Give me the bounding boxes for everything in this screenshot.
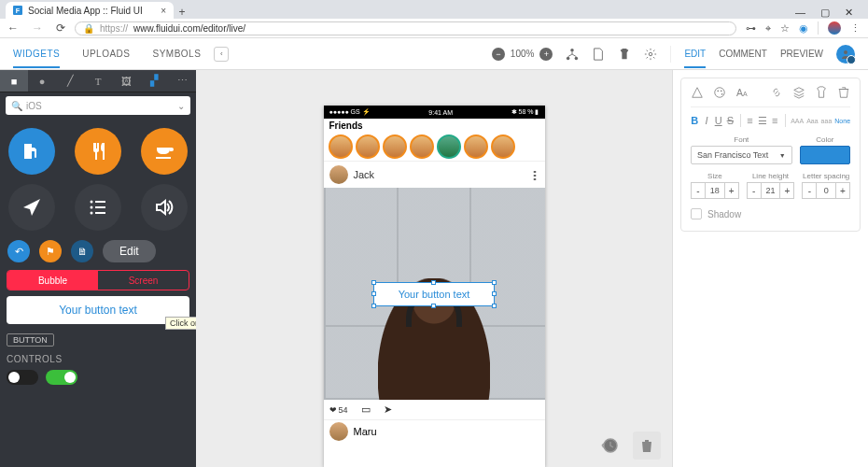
toggle-on[interactable]	[46, 370, 77, 385]
undo-button[interactable]: ↶	[7, 240, 30, 262]
gear-icon[interactable]	[644, 48, 657, 61]
widget-volume-icon[interactable]	[141, 184, 188, 231]
story-avatar[interactable]	[437, 134, 461, 159]
widget-preview-button[interactable]: Your button text Click or drag-and-drop …	[7, 296, 189, 324]
resize-handle[interactable]	[371, 280, 376, 285]
user-avatar[interactable]	[836, 45, 855, 64]
tool-component[interactable]: ▞	[140, 70, 168, 92]
tool-circle[interactable]: ●	[28, 70, 56, 92]
document-icon[interactable]	[592, 48, 605, 61]
resize-handle[interactable]	[371, 304, 376, 308]
size-inc[interactable]: +	[724, 182, 739, 199]
kebab-menu-icon[interactable]: ⋮	[850, 22, 861, 35]
lh-dec[interactable]: -	[747, 182, 762, 199]
search-engine-icon[interactable]: ⌖	[765, 22, 771, 35]
story-avatar[interactable]	[356, 134, 380, 159]
size-value[interactable]: 18	[706, 182, 724, 199]
trash-icon[interactable]	[837, 86, 850, 99]
tab-uploads[interactable]: UPLOADS	[82, 49, 130, 60]
resize-handle[interactable]	[492, 280, 497, 285]
window-maximize-icon[interactable]: ▢	[820, 7, 830, 19]
nav-forward-icon[interactable]: →	[32, 21, 43, 35]
star-icon[interactable]: ☆	[780, 22, 790, 35]
text-style-icon[interactable]: AA	[735, 86, 749, 99]
new-tab-button[interactable]: +	[174, 6, 190, 19]
lh-inc[interactable]: +	[779, 182, 794, 199]
widget-food-icon[interactable]	[75, 128, 121, 175]
case-title[interactable]: Aaa	[806, 118, 818, 124]
resize-handle[interactable]	[492, 304, 497, 308]
underline-button[interactable]: U	[714, 113, 722, 128]
story-avatar[interactable]	[329, 134, 353, 159]
trash-button[interactable]	[633, 432, 661, 460]
canvas[interactable]: ●●●●● GS ⚡ 9:41 AM ✱ 58 % ▮ Friends Jack…	[196, 70, 672, 467]
align-right-button[interactable]: ≡	[771, 113, 779, 128]
widget-gas-icon[interactable]	[8, 128, 55, 175]
widget-navigation-icon[interactable]	[8, 184, 55, 231]
toggle-off[interactable]	[7, 370, 38, 385]
hierarchy-icon[interactable]	[566, 48, 579, 61]
link-icon[interactable]	[770, 86, 783, 99]
variant-screen[interactable]: Screen	[98, 271, 189, 290]
tool-image[interactable]: 🖼	[112, 70, 140, 92]
widget-list-icon[interactable]	[75, 184, 121, 231]
key-icon[interactable]: ⊶	[746, 22, 756, 35]
post-author-avatar[interactable]	[329, 165, 348, 184]
case-none[interactable]: None	[834, 118, 850, 124]
zoom-in-button[interactable]: +	[539, 48, 553, 61]
case-lower[interactable]: aaa	[821, 118, 833, 124]
strike-button[interactable]: S	[726, 113, 735, 128]
align-center-button[interactable]: ☰	[758, 113, 767, 128]
shadow-checkbox[interactable]	[691, 208, 702, 219]
url-input[interactable]: 🔒 https://www.fluidui.com/editor/live/	[75, 21, 736, 35]
edit-button[interactable]: Edit	[103, 240, 156, 262]
variant-bubble[interactable]: Bubble	[7, 271, 98, 290]
browser-tab[interactable]: F Social Media App :: Fluid UI ×	[6, 2, 174, 19]
flag-button[interactable]: ⚑	[39, 240, 62, 262]
align-left-button[interactable]: ≡	[746, 113, 754, 128]
window-minimize-icon[interactable]: —	[795, 7, 805, 19]
close-tab-icon[interactable]: ×	[161, 6, 166, 16]
chevron-down-icon[interactable]: ⌄	[177, 101, 185, 111]
tshirt-icon[interactable]	[815, 86, 828, 99]
profile-avatar-icon[interactable]	[828, 21, 841, 35]
window-close-icon[interactable]: ✕	[845, 7, 853, 19]
tool-text[interactable]: T	[84, 70, 112, 92]
resize-handle[interactable]	[431, 304, 436, 308]
tab-symbols[interactable]: SYMBOLS	[152, 49, 201, 60]
widget-search-input[interactable]: 🔍 iOS ⌄	[6, 96, 190, 115]
story-avatar[interactable]	[464, 134, 488, 159]
bold-button[interactable]: B	[691, 113, 699, 128]
color-swatch[interactable]	[800, 146, 850, 164]
nav-reload-icon[interactable]: ⟳	[56, 21, 65, 35]
ls-dec[interactable]: -	[802, 182, 817, 199]
tshirt-icon[interactable]	[618, 48, 631, 61]
post-author-avatar[interactable]	[329, 422, 348, 441]
tool-rectangle[interactable]: ■	[0, 70, 28, 92]
palette-icon[interactable]	[713, 86, 726, 99]
widget-cafe-icon[interactable]	[141, 128, 188, 175]
resize-handle[interactable]	[431, 280, 436, 285]
resize-handle[interactable]	[371, 291, 376, 296]
font-select[interactable]: San Francisco Text ▼	[691, 146, 792, 164]
save-button[interactable]: 🗎	[71, 240, 93, 262]
like-button[interactable]: ❤54	[329, 405, 348, 415]
post-menu-icon[interactable]: ⋯	[527, 170, 540, 180]
case-upper[interactable]: AAA	[791, 118, 804, 124]
zoom-out-button[interactable]: −	[492, 48, 505, 61]
selected-button-element[interactable]: Your button text	[373, 282, 496, 306]
tool-more[interactable]: ⋯	[168, 70, 196, 92]
layers-icon[interactable]	[792, 86, 805, 99]
tab-widgets[interactable]: WIDGETS	[13, 49, 60, 68]
story-avatar[interactable]	[410, 134, 434, 159]
collapse-sidebar-button[interactable]: ‹	[214, 47, 229, 62]
comment-icon[interactable]: ▭	[361, 403, 371, 416]
ls-value[interactable]: 0	[817, 182, 835, 199]
italic-button[interactable]: I	[703, 113, 711, 128]
story-avatar[interactable]	[383, 134, 407, 159]
extension-icon[interactable]: ◉	[799, 22, 808, 35]
lh-value[interactable]: 21	[762, 182, 780, 199]
mode-edit[interactable]: EDIT	[684, 49, 706, 68]
post-image[interactable]: Your button text	[324, 188, 545, 400]
mode-preview[interactable]: PREVIEW	[780, 49, 823, 59]
